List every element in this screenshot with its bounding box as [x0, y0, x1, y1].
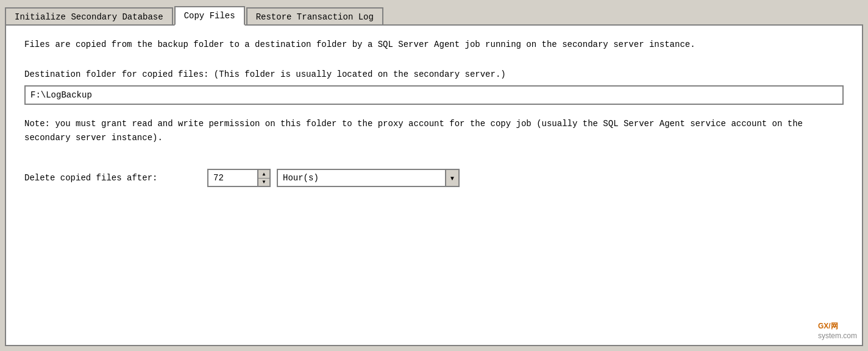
spinner-down-button[interactable]: ▼ — [258, 179, 269, 186]
description-text: Files are copied from the backup folder … — [24, 38, 844, 51]
watermark: GX/网system.com — [818, 321, 857, 340]
dropdown-arrow-button[interactable]: ▼ — [445, 170, 458, 186]
tab-initialize-secondary-database[interactable]: Initialize Secondary Database — [5, 7, 173, 26]
tab-initialize-secondary-database-label: Initialize Secondary Database — [15, 12, 163, 22]
spinner-down-icon: ▼ — [261, 179, 266, 185]
note-text: Note: you must grant read and write perm… — [24, 117, 844, 144]
delete-unit-value: Hour(s) — [278, 171, 445, 185]
tab-restore-transaction-log-label: Restore Transaction Log — [256, 12, 374, 22]
destination-folder-input[interactable] — [24, 85, 844, 105]
delete-label: Delete copied files after: — [24, 173, 195, 183]
spinner-buttons: ▲ ▼ — [257, 170, 269, 186]
tab-content-area: Files are copied from the backup folder … — [5, 24, 863, 346]
dropdown-arrow-icon: ▼ — [449, 175, 455, 182]
spinner-up-button[interactable]: ▲ — [258, 170, 269, 179]
tab-bar: Initialize Secondary Database Copy Files… — [0, 0, 868, 24]
main-container: Initialize Secondary Database Copy Files… — [0, 0, 868, 351]
tab-restore-transaction-log[interactable]: Restore Transaction Log — [246, 7, 383, 26]
spinner-container: ▲ ▼ — [207, 169, 271, 187]
tab-copy-files-label: Copy Files — [184, 11, 235, 21]
delete-value-input[interactable] — [208, 170, 257, 186]
delete-row: Delete copied files after: ▲ ▼ Hour(s) ▼ — [24, 169, 844, 187]
destination-label: Destination folder for copied files: (Th… — [24, 69, 844, 79]
spinner-up-icon: ▲ — [261, 171, 266, 177]
delete-unit-dropdown[interactable]: Hour(s) ▼ — [277, 169, 460, 187]
tab-copy-files[interactable]: Copy Files — [174, 6, 245, 26]
